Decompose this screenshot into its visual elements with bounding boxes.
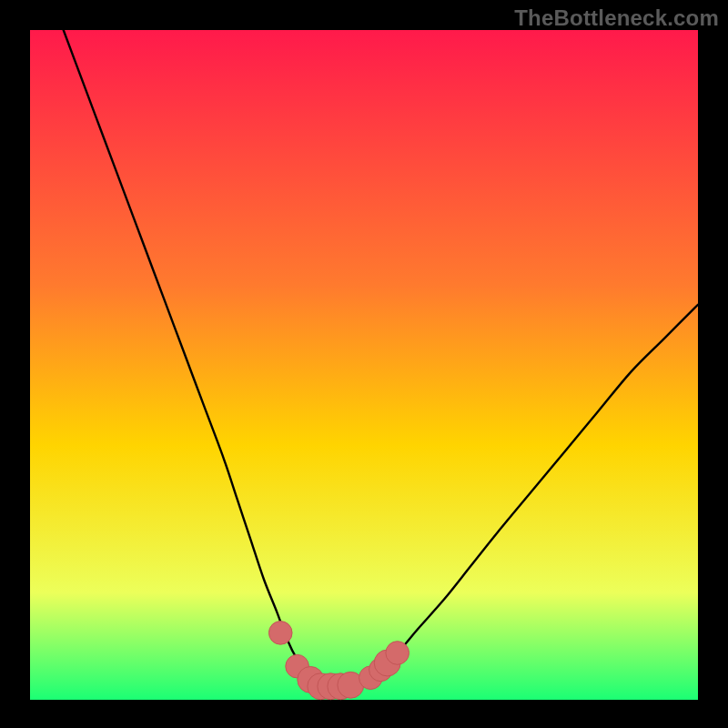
chart-container: { "watermark": "TheBottleneck.com", "col… xyxy=(0,0,728,728)
watermark-label: TheBottleneck.com xyxy=(514,5,719,31)
data-marker xyxy=(386,642,410,665)
bottleneck-chart xyxy=(0,0,728,728)
data-marker xyxy=(268,622,292,645)
plot-background xyxy=(30,30,698,700)
